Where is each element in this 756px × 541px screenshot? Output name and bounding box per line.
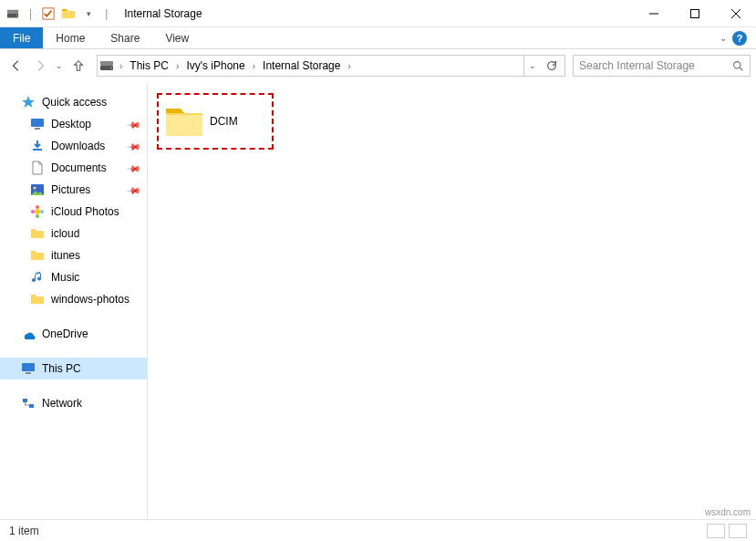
folder-icon [29,225,46,242]
svg-point-17 [34,187,36,190]
svg-rect-23 [22,363,35,371]
chevron-right-icon[interactable]: › [251,61,257,71]
search-placeholder: Search Internal Storage [579,59,732,72]
help-icon[interactable]: ? [732,31,747,46]
sidebar-item-label: Quick access [42,96,107,109]
folder-label: DCIM [210,115,238,128]
forward-button [29,55,51,77]
sidebar-item-icloud[interactable]: icloud [0,223,147,244]
sidebar-item-quick-access[interactable]: Quick access [0,91,147,113]
breadcrumb-segment[interactable]: Internal Storage [257,56,346,76]
sidebar-item-label: iCloud Photos [51,205,119,218]
statusbar: 1 item [0,519,756,541]
desktop-icon [29,116,46,132]
body: Quick access Desktop 📌 Downloads 📌 Docum… [0,82,756,519]
svg-point-10 [110,68,112,69]
music-icon [29,269,46,286]
svg-point-21 [36,214,39,218]
recent-dropdown-icon[interactable]: ⌄ [53,55,66,77]
folder-icon [29,291,46,307]
svg-line-12 [740,68,742,70]
sidebar-item-windows-photos[interactable]: windows-photos [0,288,147,310]
svg-point-2 [16,15,17,16]
tab-share[interactable]: Share [98,27,152,48]
titlebar: | ▾ | Internal Storage [0,0,756,27]
sidebar-item-label: Network [42,397,82,410]
sidebar-item-label: Music [51,271,79,284]
svg-rect-25 [23,399,27,402]
sidebar-item-pictures[interactable]: Pictures 📌 [0,179,147,201]
pin-icon: 📌 [127,161,141,175]
sidebar-item-label: Desktop [51,118,91,130]
search-input[interactable]: Search Internal Storage [573,55,751,77]
pin-icon: 📌 [127,182,141,197]
up-button[interactable] [67,55,89,77]
chevron-right-icon[interactable]: › [174,61,181,71]
this-pc-icon [20,360,36,377]
svg-rect-15 [35,128,40,130]
drive-icon [99,58,114,73]
folder-icon [162,99,206,143]
icloud-photos-icon [29,203,46,220]
network-icon [20,395,36,411]
svg-rect-24 [26,372,31,374]
sidebar-item-network[interactable]: Network [0,392,147,414]
maximize-button[interactable] [674,0,715,27]
sidebar-item-music[interactable]: Music [0,266,147,288]
svg-rect-5 [690,9,699,17]
pin-icon: 📌 [127,139,141,153]
large-icons-view-button[interactable] [729,524,747,538]
svg-marker-13 [22,96,35,108]
sidebar-item-itunes[interactable]: itunes [0,244,147,266]
sidebar: Quick access Desktop 📌 Downloads 📌 Docum… [0,82,148,519]
svg-point-22 [31,210,35,213]
close-button[interactable] [715,0,756,27]
address-dropdown-icon[interactable]: ⌄ [524,55,541,77]
svg-point-19 [36,205,39,209]
minimize-button[interactable] [633,0,674,27]
sidebar-item-label: Downloads [51,140,105,152]
file-tab[interactable]: File [0,27,43,48]
breadcrumb-segment[interactable]: Ivy's iPhone [181,56,250,76]
sidebar-item-label: icloud [51,227,79,240]
sidebar-item-this-pc[interactable]: This PC [0,358,147,380]
quick-access-icon [20,94,36,110]
details-view-button[interactable] [707,524,725,538]
back-button[interactable] [5,55,27,77]
svg-rect-26 [29,404,34,408]
content-area[interactable]: DCIM [148,82,756,519]
tab-view[interactable]: View [152,27,202,48]
ribbon-collapse-icon[interactable]: ⌄ [720,33,727,43]
navbar: ⌄ › This PC › Ivy's iPhone › Internal St… [0,49,756,82]
sidebar-item-label: OneDrive [42,328,88,340]
tab-home[interactable]: Home [43,27,98,48]
qat-dropdown-icon[interactable]: ▾ [81,6,96,21]
drive-icon[interactable] [5,6,20,21]
refresh-button[interactable] [541,55,563,77]
sidebar-item-desktop[interactable]: Desktop 📌 [0,113,147,135]
breadcrumb-segment[interactable]: This PC [124,56,174,76]
svg-point-18 [35,209,40,214]
chevron-right-icon[interactable]: › [118,61,124,71]
svg-rect-14 [31,119,44,127]
sidebar-item-label: windows-photos [51,293,129,306]
sidebar-item-label: This PC [42,362,81,375]
sidebar-item-label: Documents [51,161,107,174]
check-icon[interactable] [41,6,56,21]
svg-point-11 [734,61,740,68]
pictures-icon [29,182,46,198]
ribbon: File Home Share View ⌄ ? [0,27,756,49]
chevron-right-icon[interactable]: › [346,61,352,71]
svg-point-20 [40,210,44,213]
sidebar-item-onedrive[interactable]: OneDrive [0,323,147,345]
quick-access-toolbar: | ▾ | [0,6,117,21]
sidebar-item-label: Pictures [51,183,90,196]
sidebar-item-downloads[interactable]: Downloads 📌 [0,135,147,157]
sidebar-item-icloud-photos[interactable]: iCloud Photos [0,201,147,223]
window-controls [633,0,756,27]
folder-icon [61,6,76,21]
address-bar[interactable]: › This PC › Ivy's iPhone › Internal Stor… [97,55,565,77]
separator-icon: | [29,7,32,20]
sidebar-item-documents[interactable]: Documents 📌 [0,157,147,179]
folder-item-dcim[interactable]: DCIM [157,93,274,150]
